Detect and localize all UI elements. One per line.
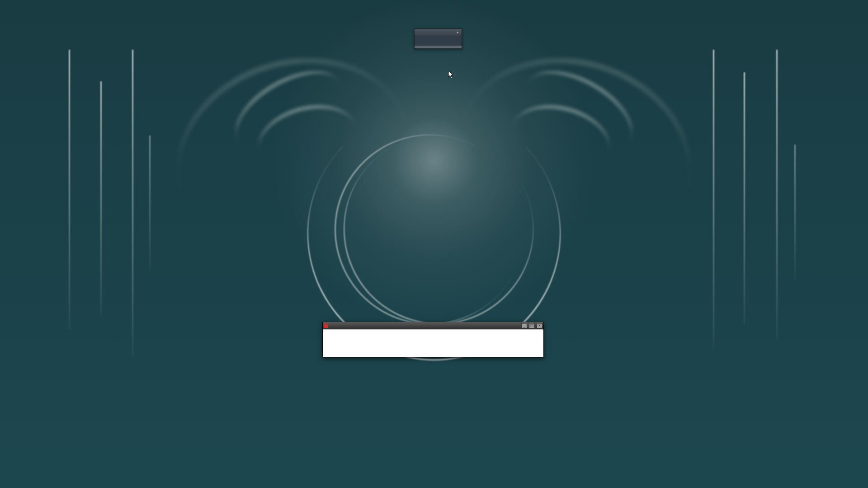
menu-item-screenshot[interactable] (415, 42, 462, 44)
maximize-button[interactable]: □ (529, 323, 535, 328)
wallpaper-art (185, 22, 683, 338)
wallpaper-scratch (713, 50, 714, 348)
wallpaper-scratch (744, 72, 745, 325)
terminal-app-icon (324, 324, 328, 328)
svg-marker-0 (448, 71, 453, 78)
wallpaper-scratch (132, 50, 133, 357)
wallpaper-scratch (776, 50, 778, 339)
system-info-overlay (837, 152, 843, 297)
wallpaper-scratch (794, 145, 796, 280)
menu-item-logout[interactable] (415, 46, 462, 48)
wallpaper-scratch (69, 50, 70, 330)
wallpaper-scratch (149, 136, 151, 271)
menu-header-system[interactable]: ▸ (415, 29, 462, 36)
close-button[interactable]: × (537, 323, 542, 328)
terminal-window[interactable]: _ □ × (322, 322, 544, 357)
minimize-button[interactable]: _ (521, 323, 527, 328)
terminal-body[interactable] (323, 329, 543, 357)
wallpaper-scratch (100, 81, 102, 316)
desktop-context-menu: ▸ (414, 28, 462, 49)
terminal-titlebar[interactable]: _ □ × (323, 322, 543, 329)
submenu-arrow-icon: ▸ (457, 30, 459, 34)
menu-separator (415, 45, 462, 45)
